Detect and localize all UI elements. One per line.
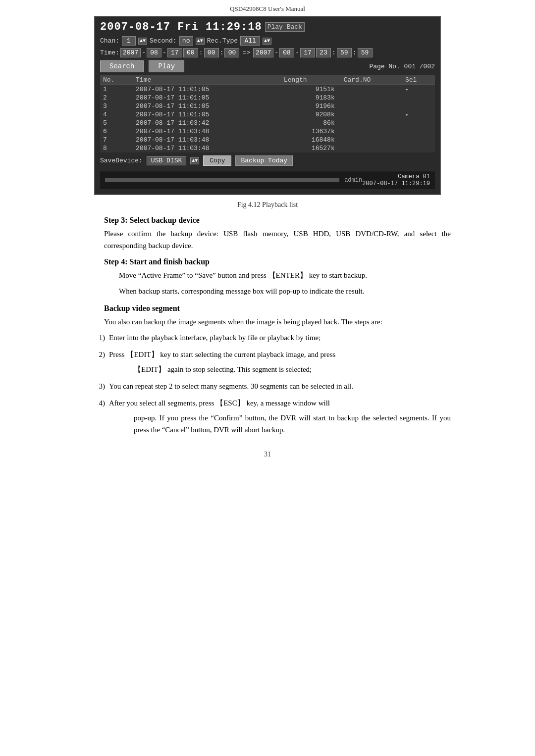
search-button[interactable]: Search xyxy=(100,60,144,72)
time-sep6: - xyxy=(295,49,299,56)
time-sep4: : xyxy=(220,49,224,56)
table-row[interactable]: 6 2007-08-17 11:03:48 13637k xyxy=(100,127,435,136)
cell-length: 86k xyxy=(281,119,341,127)
cell-sel xyxy=(402,127,435,136)
cell-no: 8 xyxy=(100,144,133,152)
cell-time: 2007-08-17 11:03:48 xyxy=(133,136,281,144)
cell-length: 9196k xyxy=(281,102,341,110)
usb-arrows[interactable]: ▲▼ xyxy=(190,157,199,164)
cell-no: 3 xyxy=(100,102,133,110)
second-label: Second: xyxy=(150,37,177,45)
list-item: 4) After you select all segments, press … xyxy=(84,397,451,436)
cell-length: 16848k xyxy=(281,136,341,144)
progress-bar xyxy=(105,178,339,182)
dvr-camera-info: Camera 01 2007-08-17 11:29:19 xyxy=(362,173,430,187)
time-from-hour[interactable]: 00 xyxy=(183,48,198,57)
cell-sel xyxy=(402,94,435,102)
chan-label: Chan: xyxy=(100,37,119,45)
time-to-month[interactable]: 08 xyxy=(279,48,294,57)
time-label: Time: xyxy=(100,49,119,56)
second-arrows[interactable]: ▲▼ xyxy=(196,38,205,45)
time-from-month[interactable]: 08 xyxy=(147,48,161,57)
table-row[interactable]: 3 2007-08-17 11:01:05 9196k xyxy=(100,102,435,110)
backup-today-button[interactable]: Backup Today xyxy=(235,155,293,166)
time-to-min[interactable]: 59 xyxy=(337,48,352,57)
page-no: Page No. 001 /002 xyxy=(369,63,435,70)
table-row[interactable]: 5 2007-08-17 11:03:42 86k xyxy=(100,119,435,127)
dvr-save-row: SaveDevice: USB DISK ▲▼ Copy Backup Toda… xyxy=(100,155,435,166)
page-header: QSD42908C8 User's Manual xyxy=(0,0,535,16)
cell-time: 2007-08-17 11:03:48 xyxy=(133,144,281,152)
dvr-title-bar: 2007-08-17 Fri 11:29:18 Play Back xyxy=(100,21,435,33)
fig-caption: Fig 4.12 Playback list xyxy=(0,201,535,209)
save-device-label: SaveDevice: xyxy=(100,157,143,164)
step4-para1: Move “Active Frame” to “Save” button and… xyxy=(104,269,451,281)
list-sub-4: pop-up. If you press the “Confirm” butto… xyxy=(134,412,451,436)
rec-type-input[interactable]: All xyxy=(240,36,260,46)
cell-length: 9208k xyxy=(281,110,341,119)
cell-card xyxy=(341,85,402,94)
play-button[interactable]: Play xyxy=(149,60,184,72)
cell-no: 7 xyxy=(100,136,133,144)
time-arrow: => xyxy=(242,49,250,56)
table-header-row: No. Time Length Card.NO Sel xyxy=(100,75,435,85)
time-to-sec[interactable]: 59 xyxy=(358,48,373,57)
step4-para2: When backup starts, corresponding messag… xyxy=(104,285,451,297)
dvr-user: admin xyxy=(344,177,362,184)
camera-time: 2007-08-17 11:29:19 xyxy=(362,180,430,187)
time-from-year[interactable]: 2007 xyxy=(120,48,141,57)
content-area: Step 3: Select backup device Please conf… xyxy=(64,216,471,436)
time-sep1: - xyxy=(142,49,146,56)
list-sub-2: 【EDIT】 again to stop selecting. This seg… xyxy=(134,363,451,375)
dvr-status-bar: admin Camera 01 2007-08-17 11:29:19 xyxy=(100,171,435,189)
time-from-sec[interactable]: 00 xyxy=(224,48,239,57)
second-input[interactable]: no xyxy=(179,36,193,46)
time-to-hour[interactable]: 23 xyxy=(316,48,331,57)
backup-list: 1) Enter into the playback interface, pl… xyxy=(84,332,451,436)
recordings-table: No. Time Length Card.NO Sel 1 2007-08-17… xyxy=(100,75,435,152)
cell-sel xyxy=(402,136,435,144)
dvr-datetime: 2007-08-17 Fri 11:29:18 xyxy=(100,21,262,33)
chan-arrows[interactable]: ▲▼ xyxy=(138,38,147,45)
chan-input[interactable]: 1 xyxy=(122,36,136,46)
time-to-day[interactable]: 17 xyxy=(300,48,315,57)
time-to-year[interactable]: 2007 xyxy=(253,48,273,57)
time-from-day[interactable]: 17 xyxy=(167,48,182,57)
col-no: No. xyxy=(100,75,133,85)
col-cardno: Card.NO xyxy=(341,75,402,85)
backup-video-intro: You also can backup the image segments w… xyxy=(104,316,451,328)
list-num-3: 3) xyxy=(84,380,109,392)
cell-no: 2 xyxy=(100,94,133,102)
cell-card xyxy=(341,110,402,119)
table-row[interactable]: 8 2007-08-17 11:03:48 16527k xyxy=(100,144,435,152)
cell-card xyxy=(341,136,402,144)
cell-sel: ✦ xyxy=(402,85,435,94)
cell-time: 2007-08-17 11:01:05 xyxy=(133,85,281,94)
time-from-min[interactable]: 00 xyxy=(204,48,219,57)
table-row[interactable]: 1 2007-08-17 11:01:05 9151k ✦ xyxy=(100,85,435,94)
step3-heading: Step 3: Select backup device xyxy=(104,216,451,225)
cell-length: 16527k xyxy=(281,144,341,152)
cell-time: 2007-08-17 11:03:48 xyxy=(133,127,281,136)
dvr-screenshot: 2007-08-17 Fri 11:29:18 Play Back Chan: … xyxy=(94,16,441,195)
camera-name: Camera 01 xyxy=(362,173,430,180)
cell-sel xyxy=(402,144,435,152)
cell-no: 6 xyxy=(100,127,133,136)
dvr-ui: 2007-08-17 Fri 11:29:18 Play Back Chan: … xyxy=(95,17,440,194)
col-time: Time xyxy=(133,75,281,85)
dvr-time-row: Time: 2007 - 08 - 17 00 : 00 : 00 => 200… xyxy=(100,48,435,57)
table-row[interactable]: 7 2007-08-17 11:03:48 16848k xyxy=(100,136,435,144)
copy-button[interactable]: Copy xyxy=(203,155,231,166)
cell-length: 13637k xyxy=(281,127,341,136)
col-length: Length xyxy=(281,75,341,85)
list-item: 1) Enter into the playback interface, pl… xyxy=(84,332,451,344)
cell-length: 9183k xyxy=(281,94,341,102)
rec-type-arrows[interactable]: ▲▼ xyxy=(263,38,271,45)
cell-card xyxy=(341,144,402,152)
table-row[interactable]: 4 2007-08-17 11:01:05 9208k ✦ xyxy=(100,110,435,119)
cell-time: 2007-08-17 11:03:42 xyxy=(133,119,281,127)
cell-no: 5 xyxy=(100,119,133,127)
table-row[interactable]: 2 2007-08-17 11:01:05 9183k xyxy=(100,94,435,102)
step3-para: Please confirm the backup device: USB fl… xyxy=(104,228,451,252)
time-sep8: : xyxy=(353,49,357,56)
